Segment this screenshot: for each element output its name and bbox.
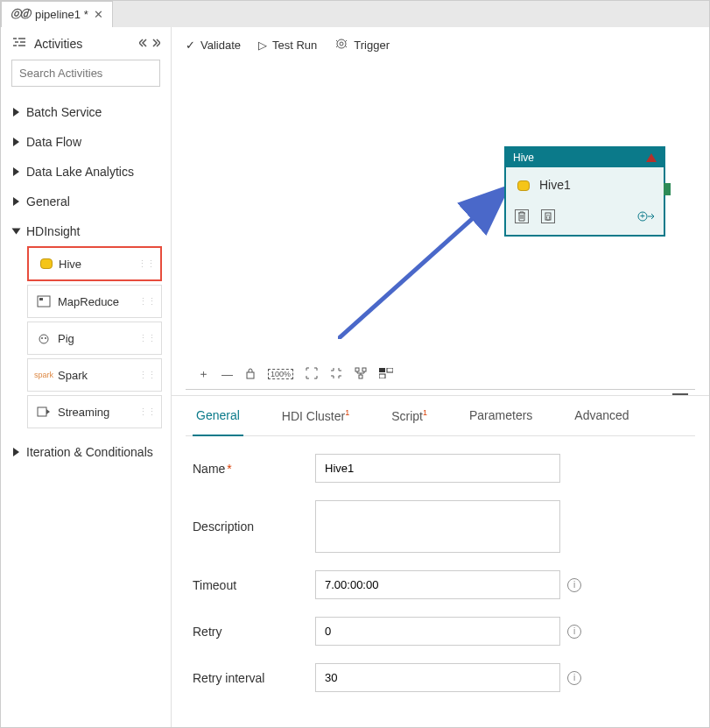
- activities-icon: [11, 36, 27, 51]
- tab-label: Parameters: [469, 408, 532, 422]
- retry-field[interactable]: [315, 617, 560, 646]
- hive-icon: [38, 257, 52, 271]
- category-batch-service[interactable]: Batch Service: [1, 97, 171, 127]
- pipeline-tab[interactable]: ⓞⓓ pipeline1 * ✕: [1, 1, 113, 27]
- activity-hive[interactable]: Hive ⋮⋮: [27, 246, 162, 281]
- tab-label: General: [196, 408, 240, 422]
- trigger-button[interactable]: Trigger: [334, 38, 390, 53]
- caret-icon: [12, 229, 21, 235]
- svg-point-3: [41, 337, 43, 339]
- add-icon[interactable]: ＋: [198, 366, 209, 382]
- svg-rect-16: [362, 368, 366, 371]
- hive-icon: [515, 179, 531, 191]
- grip-icon: ⋮⋮: [138, 296, 156, 307]
- close-icon[interactable]: ✕: [94, 8, 103, 21]
- badge: 1: [423, 408, 427, 417]
- info-icon[interactable]: i: [567, 625, 581, 639]
- activity-pig[interactable]: Pig ⋮⋮: [27, 322, 162, 355]
- timeout-field[interactable]: [315, 570, 560, 599]
- tab-label: HDI Cluster: [282, 409, 345, 423]
- delete-icon[interactable]: [515, 209, 529, 223]
- svg-text:+: +: [640, 211, 645, 221]
- clone-icon[interactable]: {}: [541, 209, 555, 223]
- category-label: Batch Service: [26, 105, 102, 119]
- category-iteration-conditionals[interactable]: Iteration & Conditionals: [1, 437, 171, 467]
- warning-icon: [646, 153, 657, 162]
- tab-script[interactable]: Script1: [388, 396, 431, 435]
- pig-icon: [37, 331, 51, 345]
- caret-icon: [13, 197, 19, 206]
- canvas-toolbar: ＋ — 100%: [186, 359, 695, 390]
- svg-rect-19: [387, 368, 393, 372]
- trigger-icon: [334, 38, 348, 53]
- check-icon: ✓: [186, 39, 195, 52]
- activity-streaming[interactable]: Streaming ⋮⋮: [27, 395, 162, 428]
- category-label: Iteration & Conditionals: [26, 445, 153, 459]
- grip-icon: ⋮⋮: [138, 370, 156, 381]
- minimap-icon[interactable]: [379, 368, 393, 381]
- node-type-label: Hive: [513, 152, 534, 164]
- tab-parameters[interactable]: Parameters: [466, 396, 536, 435]
- svg-point-7: [340, 42, 343, 46]
- sidebar-title: Activities: [34, 37, 82, 51]
- svg-rect-18: [379, 368, 385, 372]
- activity-spark[interactable]: spark Spark ⋮⋮: [27, 358, 162, 392]
- caret-icon: [13, 448, 19, 456]
- info-icon[interactable]: i: [567, 578, 581, 592]
- node-header: Hive: [506, 148, 664, 167]
- activity-label: Hive: [59, 258, 81, 271]
- badge: 1: [345, 408, 349, 417]
- description-field[interactable]: [315, 500, 560, 553]
- pipeline-icon: ⓞⓓ: [11, 7, 30, 22]
- category-data-flow[interactable]: Data Flow: [1, 127, 171, 157]
- tab-hdi-cluster[interactable]: HDI Cluster1: [278, 396, 353, 435]
- trigger-label: Trigger: [354, 39, 390, 52]
- activity-mapreduce[interactable]: MapReduce ⋮⋮: [27, 285, 162, 318]
- tab-title: pipeline1 *: [35, 8, 88, 21]
- info-icon[interactable]: i: [567, 671, 581, 685]
- category-general[interactable]: General: [1, 187, 171, 216]
- timeout-label: Timeout: [193, 578, 315, 592]
- tab-label: Advanced: [574, 408, 629, 422]
- mapreduce-icon: [37, 294, 51, 308]
- lock-icon[interactable]: [245, 367, 256, 382]
- grip-icon: ⋮⋮: [138, 333, 156, 344]
- pipeline-canvas[interactable]: Hive Hive1 {} +: [172, 63, 709, 359]
- remove-icon[interactable]: —: [221, 368, 233, 381]
- properties-panel: General HDI Cluster1 Script1 Parameters …: [172, 395, 709, 727]
- tab-general[interactable]: General: [193, 396, 243, 435]
- hive-node[interactable]: Hive Hive1 {} +: [504, 146, 665, 237]
- add-output-icon[interactable]: +: [637, 209, 655, 226]
- retry-interval-field[interactable]: [315, 663, 560, 692]
- svg-point-4: [45, 337, 46, 339]
- grip-icon: ⋮⋮: [138, 406, 156, 418]
- svg-line-9: [338, 190, 504, 339]
- svg-rect-17: [359, 375, 362, 378]
- layout-icon[interactable]: [355, 367, 367, 382]
- name-field[interactable]: [315, 454, 560, 483]
- svg-rect-20: [379, 374, 385, 378]
- zoom-100-icon[interactable]: 100%: [268, 369, 293, 379]
- drag-arrow: [338, 181, 513, 339]
- tab-label: Script: [391, 409, 423, 423]
- tab-advanced[interactable]: Advanced: [571, 396, 632, 435]
- activity-label: Pig: [58, 332, 74, 345]
- search-input[interactable]: [11, 60, 160, 87]
- activities-sidebar: Activities Batch Service Data Flow Data …: [1, 27, 172, 727]
- category-label: HDInsight: [26, 224, 80, 238]
- output-connector[interactable]: [664, 183, 671, 195]
- test-run-button[interactable]: ▷Test Run: [258, 39, 317, 52]
- spark-icon: spark: [37, 368, 51, 382]
- description-label: Description: [193, 519, 315, 534]
- streaming-icon: [37, 405, 51, 419]
- svg-rect-14: [247, 372, 254, 378]
- category-data-lake-analytics[interactable]: Data Lake Analytics: [1, 157, 171, 187]
- fit-icon[interactable]: [306, 367, 318, 382]
- validate-button[interactable]: ✓Validate: [186, 39, 241, 52]
- svg-rect-15: [355, 368, 359, 371]
- collapse-icon[interactable]: [330, 367, 342, 382]
- chevrons-icon[interactable]: [139, 37, 160, 51]
- category-hdinsight[interactable]: HDInsight: [1, 216, 171, 246]
- caret-icon: [13, 138, 19, 146]
- category-label: General: [26, 194, 70, 209]
